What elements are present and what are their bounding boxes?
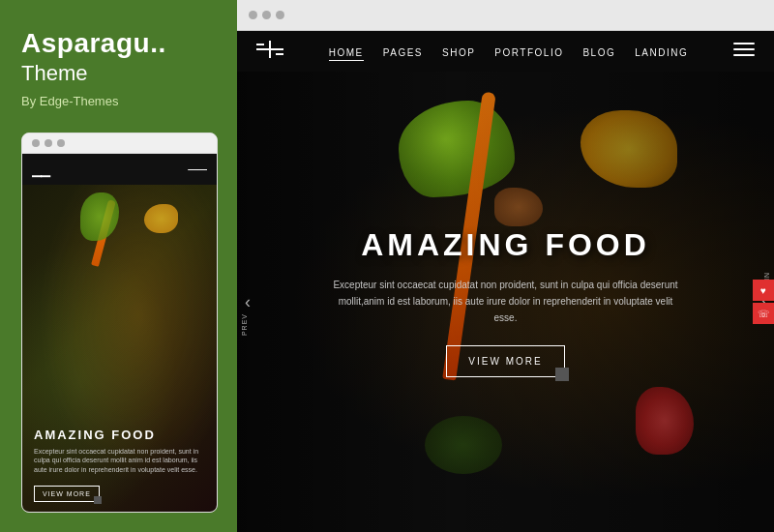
mobile-titlebar xyxy=(22,133,217,154)
badge-red-2[interactable]: ☏ xyxy=(753,303,774,324)
mobile-hero-title: AMAZING FOOD xyxy=(34,428,205,442)
nav-item-shop[interactable]: SHOP xyxy=(442,43,475,60)
mobile-preview: ⎯⎯ ── AMAZING FOOD Excepteur sint occaec… xyxy=(21,133,218,513)
browser-dot-1 xyxy=(249,11,257,19)
nav-item-landing[interactable]: LANDING xyxy=(635,43,688,60)
mobile-logo-icon: ⎯⎯ xyxy=(32,161,49,178)
site-logo-icon xyxy=(256,41,283,63)
hero-title: AMAZING FOOD xyxy=(332,227,680,263)
hero-area: ‹ Prev › Next ♥ ☏ AMAZING FOOD Excepteur… xyxy=(237,72,774,532)
svg-rect-6 xyxy=(733,54,755,56)
prev-label: Prev xyxy=(241,313,248,336)
website-preview: HOME PAGES SHOP PORTFOLIO BLOG LANDING xyxy=(237,31,774,532)
theme-title: Asparagu.. xyxy=(21,29,218,59)
mobile-dot-2 xyxy=(45,139,52,147)
mobile-hero: AMAZING FOOD Excepteur sint occaecat cup… xyxy=(22,185,217,512)
hero-description: Excepteur sint occaecat cupidatat non pr… xyxy=(332,277,680,326)
mobile-food-yellow xyxy=(144,204,178,233)
nav-item-home[interactable]: HOME xyxy=(329,43,364,60)
mobile-text-overlay: AMAZING FOOD Excepteur sint occaecat cup… xyxy=(22,420,217,512)
nav-item-portfolio[interactable]: PORTFOLIO xyxy=(494,43,563,60)
site-nav-links: HOME PAGES SHOP PORTFOLIO BLOG LANDING xyxy=(329,43,688,60)
hero-content: AMAZING FOOD Excepteur sint occaecat cup… xyxy=(313,208,700,397)
badge-red-1[interactable]: ♥ xyxy=(753,280,774,301)
site-nav: HOME PAGES SHOP PORTFOLIO BLOG LANDING xyxy=(237,31,774,72)
nav-item-pages[interactable]: PAGES xyxy=(383,43,423,60)
badge-icon-2: ☏ xyxy=(758,309,770,319)
mobile-hamburger-icon[interactable]: ── xyxy=(188,162,207,177)
browser-dot-3 xyxy=(276,11,284,19)
mobile-view-more-button[interactable]: VIEW MORE xyxy=(34,486,100,502)
mobile-dot-3 xyxy=(57,139,65,147)
mobile-dot-1 xyxy=(32,139,40,147)
svg-rect-5 xyxy=(733,48,755,50)
badge-icon-1: ♥ xyxy=(760,285,766,296)
right-panel: HOME PAGES SHOP PORTFOLIO BLOG LANDING xyxy=(237,0,774,532)
left-panel: Asparagu.. Theme By Edge-Themes ⎯⎯ ── AM… xyxy=(0,0,237,532)
mobile-hero-desc: Excepteur sint occaecat cupidatat non pr… xyxy=(34,447,205,475)
hero-view-more-button[interactable]: VIEW MORE xyxy=(446,345,564,377)
browser-titlebar xyxy=(237,0,774,31)
side-badges: ♥ ☏ xyxy=(753,280,774,324)
theme-subtitle: Theme xyxy=(21,61,218,86)
theme-author: By Edge-Themes xyxy=(21,94,218,108)
nav-hamburger-icon[interactable] xyxy=(733,43,755,60)
browser-dot-2 xyxy=(262,11,271,19)
nav-item-blog[interactable]: BLOG xyxy=(582,43,615,60)
svg-rect-4 xyxy=(733,43,755,44)
mobile-nav: ⎯⎯ ── xyxy=(22,154,217,185)
prev-arrow-icon[interactable]: ‹ xyxy=(245,292,251,312)
